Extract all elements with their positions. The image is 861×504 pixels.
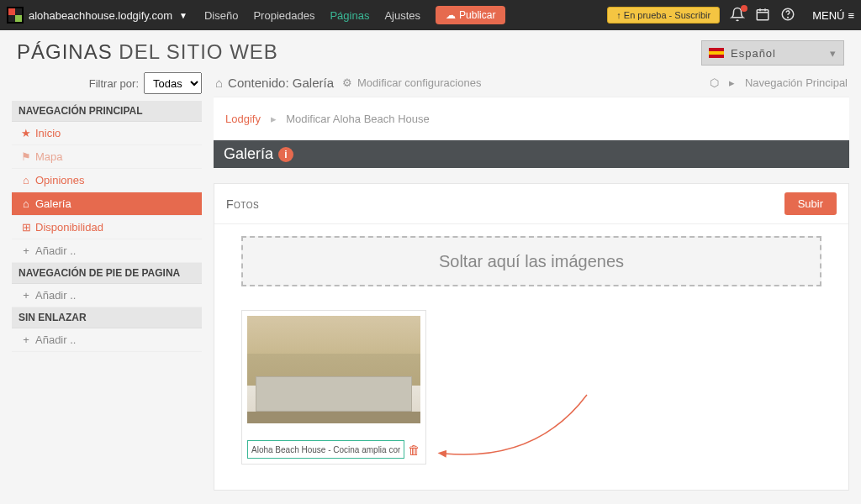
language-select[interactable]: Español ▾ — [701, 40, 844, 66]
filter-row: Filtrar por: Todas — [12, 72, 202, 94]
sidebar-header-unlinked: SIN ENLAZAR — [12, 307, 202, 328]
hamburger-icon: ≡ — [848, 9, 854, 22]
crumb-sep: ▸ — [271, 113, 277, 125]
trial-subscribe-button[interactable]: ↑ En prueba - Suscribir — [607, 7, 720, 24]
content-header: ⌂ Contenido: Galería ⚙ Modificar configu… — [214, 72, 849, 92]
sidebar-add-footer-label: Añadir .. — [35, 289, 76, 302]
site-dropdown-icon[interactable]: ▼ — [179, 11, 188, 20]
menu-toggle[interactable]: MENÚ ≡ — [812, 9, 854, 22]
photo-card[interactable]: 🗑 — [241, 310, 426, 465]
panel-body: Soltar aquí las imágenes 🗑 — [214, 224, 848, 490]
sidebar-list-footer: +Añadir .. — [12, 284, 202, 307]
photos-panel: Fotos Subir Soltar aquí las imágenes 🗑 — [214, 183, 849, 491]
sidebar-item-icon: ★ — [20, 127, 32, 139]
bell-icon[interactable] — [730, 7, 745, 24]
drop-zone[interactable]: Soltar aquí las imágenes — [241, 236, 821, 286]
sidebar-add-footer[interactable]: +Añadir .. — [12, 284, 202, 307]
nav-design[interactable]: Diseño — [204, 9, 238, 22]
sidebar-item-label: Mapa — [35, 150, 63, 163]
crumb-lodgify[interactable]: Lodgify — [225, 113, 261, 125]
sidebar-item-label: Inicio — [35, 127, 61, 139]
sidebar-item-icon: + — [20, 244, 32, 257]
sidebar-item-1[interactable]: ⚑Mapa — [12, 145, 202, 169]
sidebar-item-icon: ⌂ — [20, 174, 32, 186]
panel-header: Fotos Subir — [214, 184, 848, 224]
site-url[interactable]: alohabeachhouse.lodgify.com — [29, 9, 172, 22]
sidebar-item-icon: ⌂ — [20, 197, 32, 210]
sidebar-header-footer: NAVEGACIÓN DE PIE DE PAGINA — [12, 263, 202, 284]
menu-label-text: MENÚ — [812, 9, 844, 22]
trial-label: En prueba - Suscribir — [624, 10, 710, 20]
left-sidebar: Filtrar por: Todas NAVEGACIÓN PRINCIPAL … — [12, 72, 202, 491]
sidebar-list-unlinked: +Añadir .. — [12, 328, 202, 352]
page-title-rest: DEL SITIO WEB — [113, 40, 278, 63]
sidebar-item-label: Disponibilidad — [35, 221, 103, 234]
caption-input[interactable] — [247, 440, 404, 459]
sidebar-item-label: Opiniones — [35, 174, 85, 186]
notification-dot — [741, 5, 747, 12]
sidebar-item-0[interactable]: ★Inicio — [12, 122, 202, 145]
breadcrumb-nav-principal[interactable]: Navegación Principal — [745, 76, 848, 89]
logo[interactable] — [7, 7, 24, 24]
svg-point-2 — [788, 17, 789, 18]
upload-button[interactable]: Subir — [784, 192, 837, 215]
home-icon: ⌂ — [215, 76, 223, 90]
cloud-icon: ☁ — [446, 9, 456, 21]
trash-icon[interactable]: 🗑 — [408, 443, 420, 457]
sidebar-list-main: ★Inicio⚑Mapa⌂Opiniones⌂Galería⊞Disponibi… — [12, 122, 202, 263]
breadcrumb-sep: ▸ — [729, 76, 735, 89]
sidebar-item-icon: ⚑ — [20, 150, 32, 163]
sidebar-item-icon: ⊞ — [20, 221, 32, 234]
arrow-annotation — [436, 386, 604, 487]
main-content: ⌂ Contenido: Galería ⚙ Modificar configu… — [214, 72, 849, 491]
chevron-down-icon: ▾ — [830, 47, 837, 60]
modify-settings-link[interactable]: Modificar configuraciones — [357, 76, 481, 89]
sidebar-header-main: NAVEGACIÓN PRINCIPAL — [12, 101, 202, 122]
publish-label: Publicar — [459, 9, 495, 21]
top-nav: Diseño Propiedades Páginas Ajustes — [204, 9, 420, 22]
page-title-strong: PÁGINAS — [17, 40, 113, 63]
top-bar: alohabeachhouse.lodgify.com ▼ Diseño Pro… — [0, 0, 861, 30]
calendar-icon[interactable] — [755, 7, 770, 24]
sidebar-item-5[interactable]: +Añadir .. — [12, 239, 202, 263]
nav-pages[interactable]: Páginas — [330, 9, 369, 22]
sidebar-item-2[interactable]: ⌂Opiniones — [12, 169, 202, 192]
sidebar-item-4[interactable]: ⊞Disponibilidad — [12, 216, 202, 239]
filter-label: Filtrar por: — [89, 77, 139, 90]
section-header: Galería i — [214, 140, 849, 168]
sitemap-icon[interactable]: ⬡ — [710, 76, 719, 89]
breadcrumb-right: ⬡ ▸ Navegación Principal — [710, 76, 848, 89]
caption-row: 🗑 — [247, 440, 420, 459]
sidebar-add-unlinked[interactable]: +Añadir .. — [12, 328, 202, 352]
content-title: Contenido: Galería — [228, 76, 334, 90]
sidebar-add-unlinked-label: Añadir .. — [35, 333, 76, 346]
page-title: PÁGINAS DEL SITIO WEB Español ▾ — [12, 35, 849, 72]
svg-rect-0 — [757, 9, 769, 19]
info-icon[interactable]: i — [278, 147, 293, 162]
section-title: Galería — [224, 145, 273, 163]
nav-settings[interactable]: Ajustes — [384, 9, 420, 22]
language-label: Español — [731, 47, 776, 60]
sidebar-item-label: Añadir .. — [35, 244, 76, 257]
arrow-up-icon: ↑ — [616, 10, 621, 20]
photo-thumbnail[interactable] — [247, 316, 420, 423]
publish-button[interactable]: ☁ Publicar — [436, 6, 505, 24]
filter-select[interactable]: Todas — [144, 72, 202, 94]
gear-icon[interactable]: ⚙ — [342, 76, 352, 89]
flag-es-icon — [709, 48, 724, 58]
top-icons: MENÚ ≡ — [730, 7, 854, 24]
nav-properties[interactable]: Propiedades — [253, 9, 314, 22]
crumb-current: Modificar Aloha Beach House — [286, 113, 430, 125]
help-icon[interactable] — [780, 7, 795, 24]
sidebar-item-3[interactable]: ⌂Galería — [12, 192, 202, 216]
panel-title: Fotos — [226, 197, 259, 211]
breadcrumbs: Lodgify ▸ Modificar Aloha Beach House — [214, 97, 849, 140]
sidebar-item-label: Galería — [35, 197, 71, 210]
